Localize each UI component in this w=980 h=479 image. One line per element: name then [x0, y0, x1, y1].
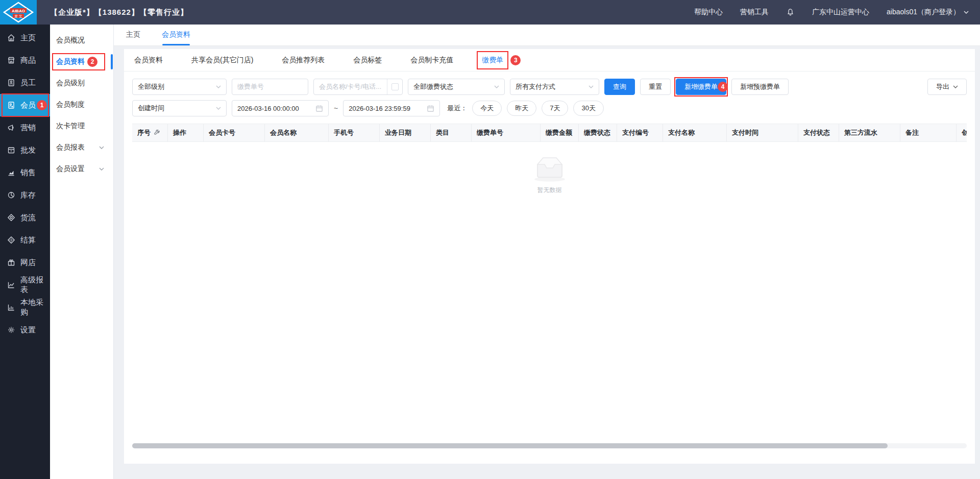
marketing-tools-link[interactable]: 营销工具 [740, 8, 769, 17]
date-to-input[interactable]: 2026-03-16 23:59:59 [343, 100, 440, 116]
sidebar-item-online-shop[interactable]: 网店 [0, 251, 50, 274]
window-title: 【企业版*】【138622】【零售行业】 [50, 8, 188, 17]
subtab-card-recharge[interactable]: 会员制卡充值 [410, 56, 453, 65]
add-prepaid-order-button[interactable]: 新增预缴费单 [731, 79, 789, 95]
subtab-referral-list[interactable]: 会员推荐列表 [282, 56, 325, 65]
column-header-phone[interactable]: 手机号 [329, 124, 380, 141]
app-logo[interactable]: AIBAO 爱 宝 [0, 0, 37, 25]
operation-center-link[interactable]: 广东中山运营中心 [812, 8, 869, 17]
column-label: 手机号 [334, 128, 354, 137]
tab-member-profile[interactable]: 会员资料 [162, 30, 190, 45]
sidebar-item-label: 库存 [20, 190, 36, 200]
submenu-item-member-profile[interactable]: 会员资料 2 [50, 51, 113, 73]
sidebar-item-local-purchase[interactable]: 本地采购 [0, 296, 50, 319]
submenu-item-punch-card[interactable]: 次卡管理 [50, 115, 113, 137]
payment-status-select[interactable]: 全部缴费状态 [408, 79, 505, 95]
column-header-create-time[interactable]: 创建时间 [957, 124, 967, 141]
quick-range-today[interactable]: 今天 [472, 101, 502, 116]
user-menu[interactable]: aibaols01（商户登录） [887, 8, 969, 17]
sidebar-item-logistics[interactable]: 货流 [0, 206, 50, 229]
purchase-chart-icon [7, 303, 16, 312]
line-chart-icon [7, 280, 16, 290]
search-button[interactable]: 查询 [604, 79, 635, 95]
sidebar-item-sales[interactable]: 销售 [0, 161, 50, 184]
gear-icon [7, 325, 16, 334]
column-header-third-party-flow[interactable]: 第三方流水 [839, 124, 900, 141]
quick-range-yesterday[interactable]: 昨天 [507, 101, 536, 116]
user-name: aibaols01（商户登录） [887, 8, 960, 17]
horizontal-scrollbar-thumb[interactable] [132, 443, 888, 448]
sidebar-item-label: 销售 [20, 168, 36, 178]
sidebar-item-members[interactable]: 会员 1 [0, 94, 50, 116]
filter-panel: 全部级别 缴费单号 会员名称/卡号/电话... 全部缴费状态 [124, 71, 975, 116]
tab-home[interactable]: 主页 [126, 30, 140, 45]
column-header-payment-time[interactable]: 支付时间 [727, 124, 798, 141]
column-label: 序号 [137, 128, 151, 137]
sidebar-item-inventory[interactable]: 库存 [0, 184, 50, 206]
column-header-pay-status[interactable]: 缴费状态 [579, 124, 617, 141]
sidebar-item-advanced-reports[interactable]: 高级报表 [0, 274, 50, 296]
reset-button[interactable]: 重置 [640, 79, 671, 95]
sidebar-item-home[interactable]: 主页 [0, 27, 50, 49]
column-header-card-no[interactable]: 会员卡号 [204, 124, 265, 141]
column-label: 备注 [905, 128, 919, 137]
quick-range-7days[interactable]: 7天 [542, 101, 568, 116]
sidebar-item-staff[interactable]: 员工 [0, 71, 50, 94]
chevron-down-icon [953, 85, 958, 88]
sidebar-item-marketing[interactable]: 营销 [0, 116, 50, 139]
sidebar-item-products[interactable]: 商品 [0, 49, 50, 71]
page-tabbar: 主页 会员资料 [114, 25, 980, 46]
subtab-shared-members[interactable]: 共享会员(其它门店) [191, 56, 253, 65]
column-settings-wrench-icon[interactable] [154, 130, 160, 136]
column-header-index[interactable]: 序号 [132, 124, 168, 141]
column-header-payment-name[interactable]: 支付名称 [663, 124, 727, 141]
column-label: 支付时间 [732, 128, 758, 137]
payment-order-no-input[interactable]: 缴费单号 [232, 79, 308, 95]
submenu-item-member-settings[interactable]: 会员设置 [50, 158, 113, 180]
submenu-item-member-policy[interactable]: 会员制度 [50, 94, 113, 115]
column-header-order-no[interactable]: 缴费单号 [472, 124, 541, 141]
submenu-item-member-level[interactable]: 会员级别 [50, 73, 113, 94]
logistics-icon [7, 213, 16, 222]
annotation-badge-4: 4 [718, 82, 728, 92]
pie-chart-icon [7, 190, 16, 200]
subtab-label: 缴费单 [482, 56, 503, 64]
svg-text:爱 宝: 爱 宝 [15, 14, 22, 18]
column-header-payment-no[interactable]: 支付编号 [617, 124, 663, 141]
horizontal-scrollbar-track[interactable] [132, 443, 967, 448]
sidebar-item-settings[interactable]: 设置 [0, 319, 50, 341]
member-submenu: 会员概况 会员资料 2 会员级别 会员制度 次卡管理 会员报表 会员设置 [50, 25, 114, 479]
column-header-remark[interactable]: 备注 [900, 124, 957, 141]
submenu-item-member-overview[interactable]: 会员概况 [50, 30, 113, 51]
column-header-member-name[interactable]: 会员名称 [265, 124, 329, 141]
home-icon [7, 33, 16, 42]
level-select[interactable]: 全部级别 [132, 79, 227, 95]
submenu-item-member-reports[interactable]: 会员报表 [50, 137, 113, 158]
checkbox[interactable] [391, 83, 399, 90]
export-button[interactable]: 导出 [927, 79, 967, 95]
add-payment-order-wrap: 新增缴费单 4 [676, 79, 726, 95]
column-header-amount[interactable]: 缴费金额 [541, 124, 579, 141]
notification-bell-icon[interactable] [786, 8, 795, 17]
column-label: 缴费单号 [477, 128, 503, 137]
member-search-input[interactable]: 会员名称/卡号/电话... [314, 82, 387, 91]
sidebar-item-settlement[interactable]: 结算 [0, 229, 50, 251]
member-search-checkbox-segment[interactable] [387, 79, 402, 94]
column-header-business-date[interactable]: 业务日期 [380, 124, 431, 141]
quick-range-30days[interactable]: 30天 [573, 101, 603, 116]
column-header-actions[interactable]: 操作 [168, 124, 204, 141]
column-header-payment-state[interactable]: 支付状态 [798, 124, 839, 141]
subtab-member-tags[interactable]: 会员标签 [353, 56, 382, 65]
submenu-item-label: 会员制度 [56, 100, 85, 109]
active-indicator-bar [111, 54, 113, 69]
subtab-payment-orders[interactable]: 缴费单 3 [482, 56, 503, 65]
help-center-link[interactable]: 帮助中心 [694, 8, 723, 17]
chevron-down-icon [99, 146, 104, 149]
submenu-item-label: 会员报表 [56, 143, 85, 152]
time-type-select[interactable]: 创建时间 [132, 100, 227, 116]
subtab-member-profile[interactable]: 会员资料 [134, 56, 163, 65]
date-from-input[interactable]: 2026-03-16 00:00:00 [232, 100, 329, 116]
sidebar-item-wholesale[interactable]: 批发 [0, 139, 50, 161]
column-header-category[interactable]: 类目 [431, 124, 472, 141]
pay-method-select[interactable]: 所有支付方式 [510, 79, 599, 95]
